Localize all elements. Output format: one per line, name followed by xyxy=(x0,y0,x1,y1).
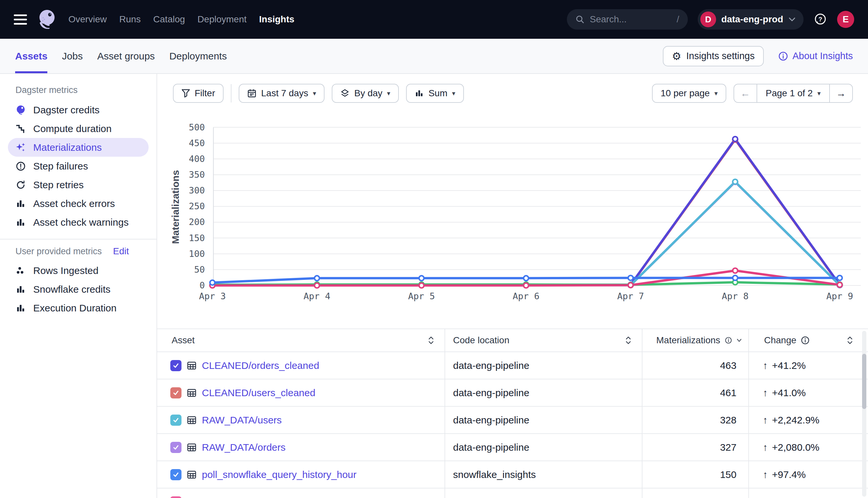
sidebar-item-compute-duration[interactable]: Compute duration xyxy=(8,119,149,138)
column-header-change[interactable]: Change xyxy=(749,329,868,352)
bar-chart-icon xyxy=(414,89,424,98)
svg-text:300: 300 xyxy=(189,185,205,195)
assets-table: Asset Code location Materializations xyxy=(157,328,868,498)
asset-link[interactable]: CLEANED/… xyxy=(202,496,261,498)
info-icon xyxy=(725,336,732,345)
page-select[interactable]: Page 1 of 2 ▾ xyxy=(756,84,829,102)
tab-asset-groups[interactable]: Asset groups xyxy=(97,39,155,73)
next-page-button[interactable]: → xyxy=(829,84,852,102)
column-header-code-location[interactable]: Code location xyxy=(445,329,642,352)
sort-icon[interactable] xyxy=(625,336,632,345)
primary-nav: Overview Runs Catalog Deployment Insight… xyxy=(68,14,294,25)
nav-overview[interactable]: Overview xyxy=(68,14,107,25)
sidebar-item-label: Asset check warnings xyxy=(33,217,129,228)
per-page-select[interactable]: 10 per page ▾ xyxy=(652,84,726,103)
nav-catalog[interactable]: Catalog xyxy=(153,14,185,25)
materializations-value: 150 xyxy=(642,461,749,488)
series-checkbox[interactable] xyxy=(170,442,181,453)
global-search-input[interactable]: Search... / xyxy=(567,9,688,29)
table-scrollbar[interactable] xyxy=(862,331,866,497)
sort-icon[interactable] xyxy=(846,336,854,345)
series-checkbox[interactable] xyxy=(170,496,181,498)
insights-settings-button[interactable]: ⚙ Insights settings xyxy=(663,46,764,66)
nav-deployment[interactable]: Deployment xyxy=(197,14,246,25)
column-header-materializations[interactable]: Materializations xyxy=(642,329,749,352)
table-row: CLEANED/…data-eng-pipeline xyxy=(157,488,868,498)
asset-link[interactable]: RAW_DATA/orders xyxy=(202,442,286,453)
svg-text:50: 50 xyxy=(194,264,205,275)
search-icon xyxy=(575,15,585,24)
svg-text:Apr 6: Apr 6 xyxy=(513,291,539,301)
about-insights-link[interactable]: About Insights xyxy=(778,51,853,62)
sort-icon[interactable] xyxy=(427,336,435,345)
column-header-asset[interactable]: Asset xyxy=(157,329,445,352)
alert-circle-icon xyxy=(15,161,26,171)
chevron-down-icon[interactable] xyxy=(737,338,742,343)
scrollbar-thumb[interactable] xyxy=(862,354,866,409)
change-value: +2,242.9% xyxy=(772,415,819,426)
filter-button[interactable]: Filter xyxy=(173,84,224,103)
series-checkbox[interactable] xyxy=(170,360,181,371)
svg-text:Apr 8: Apr 8 xyxy=(722,291,748,301)
prev-page-button[interactable]: ← xyxy=(734,84,756,102)
sidebar-item-rows-ingested[interactable]: Rows Ingested xyxy=(8,261,149,280)
edit-user-metrics-link[interactable]: Edit xyxy=(113,246,129,257)
asset-link[interactable]: poll_snowflake_query_history_hour xyxy=(202,469,356,480)
table-row: CLEANED/orders_cleaneddata-eng-pipeline4… xyxy=(157,352,868,379)
gear-icon: ⚙ xyxy=(672,51,681,62)
svg-text:Apr 9: Apr 9 xyxy=(826,291,853,301)
sidebar-item-asset-check-errors[interactable]: Asset check errors xyxy=(8,194,149,213)
top-nav: Overview Runs Catalog Deployment Insight… xyxy=(0,0,868,39)
tab-assets[interactable]: Assets xyxy=(15,39,47,73)
series-checkbox[interactable] xyxy=(170,387,181,398)
bar-chart-icon xyxy=(15,285,26,294)
sidebar-item-asset-check-warnings[interactable]: Asset check warnings xyxy=(8,213,149,232)
dots-icon xyxy=(15,266,26,276)
table-row: RAW_DATA/ordersdata-eng-pipeline327↑+2,0… xyxy=(157,434,868,461)
insights-tab-bar: Assets Jobs Asset groups Deployments ⚙ I… xyxy=(0,39,868,74)
sidebar-item-step-retries[interactable]: Step retries xyxy=(8,175,149,194)
sidebar-item-label: Compute duration xyxy=(33,123,112,134)
bar-chart-icon xyxy=(15,218,26,227)
tab-jobs[interactable]: Jobs xyxy=(62,39,82,73)
sidebar-item-snowflake-credits[interactable]: Snowflake credits xyxy=(8,280,149,299)
series-checkbox[interactable] xyxy=(170,415,181,426)
sidebar-item-execution-duration[interactable]: Execution Duration xyxy=(8,299,149,317)
sidebar-item-dagster-credits[interactable]: Dagster credits xyxy=(8,101,149,119)
org-switcher[interactable]: D data-eng-prod xyxy=(698,9,804,29)
granularity-select[interactable]: By day ▾ xyxy=(332,84,399,103)
table-asset-icon xyxy=(187,415,196,425)
svg-text:250: 250 xyxy=(189,201,205,211)
date-range-select[interactable]: Last 7 days ▾ xyxy=(239,84,324,103)
series-checkbox[interactable] xyxy=(170,469,181,480)
change-value: +2,080.0% xyxy=(772,442,819,453)
svg-text:Apr 4: Apr 4 xyxy=(304,291,330,301)
help-icon[interactable]: ? xyxy=(814,12,827,26)
user-avatar[interactable]: E xyxy=(837,11,854,28)
hamburger-menu-icon[interactable] xyxy=(14,14,27,25)
chevron-down-icon: ▾ xyxy=(313,89,316,97)
aggregation-select[interactable]: Sum ▾ xyxy=(406,84,464,103)
nav-runs[interactable]: Runs xyxy=(119,14,141,25)
sidebar-item-materializations[interactable]: Materializations xyxy=(8,138,149,157)
change-value: +41.2% xyxy=(772,360,806,371)
materializations-value xyxy=(642,488,749,498)
tab-deployments[interactable]: Deployments xyxy=(169,39,227,73)
dagster-logo-icon[interactable] xyxy=(36,9,58,30)
table-asset-icon xyxy=(187,361,196,370)
search-placeholder: Search... xyxy=(590,14,672,25)
materializations-value: 328 xyxy=(642,407,749,433)
asset-link[interactable]: CLEANED/users_cleaned xyxy=(202,387,315,398)
svg-text:Apr 5: Apr 5 xyxy=(408,291,435,301)
sidebar-item-label: Snowflake credits xyxy=(33,284,111,295)
code-location-cell: data-eng-pipeline xyxy=(445,379,642,406)
chevron-down-icon: ▾ xyxy=(817,89,821,97)
sidebar-item-label: Step failures xyxy=(33,161,88,172)
sidebar-item-step-failures[interactable]: Step failures xyxy=(8,157,149,175)
controls-divider xyxy=(231,84,231,103)
chevron-down-icon: ▾ xyxy=(387,89,390,97)
asset-link[interactable]: RAW_DATA/users xyxy=(202,415,282,426)
asset-link[interactable]: CLEANED/orders_cleaned xyxy=(202,360,319,371)
sidebar-section-title: Dagster metrics xyxy=(15,85,141,95)
nav-insights[interactable]: Insights xyxy=(259,14,294,25)
